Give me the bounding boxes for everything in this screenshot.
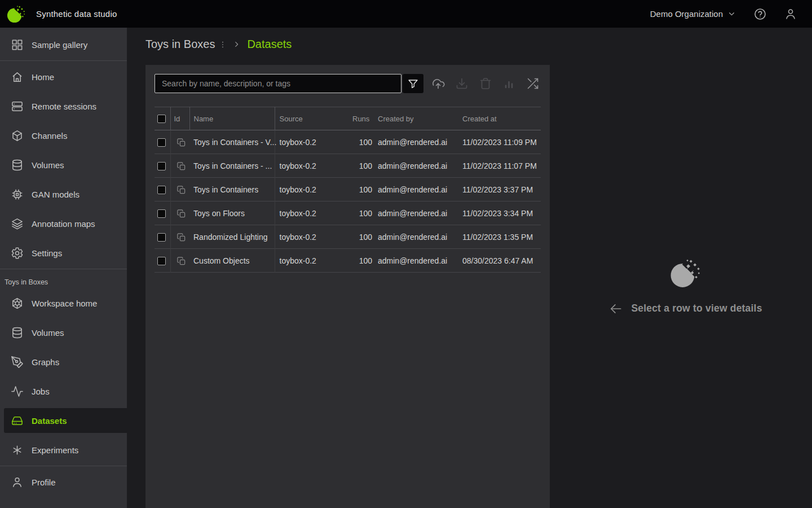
dataset-source: toybox-0.2 <box>275 225 352 249</box>
database-icon <box>11 326 24 339</box>
empty-detail-message: Select a row to view details <box>631 303 762 314</box>
workspace-menu-button[interactable] <box>218 40 227 50</box>
dataset-created-by: admin@rendered.ai <box>373 178 454 202</box>
main-content: Toys in Boxes Datasets <box>127 28 812 508</box>
rendered-ai-logo-icon[interactable] <box>7 5 26 24</box>
dataset-name: Toys on Floors <box>189 202 275 225</box>
database-icon <box>11 159 24 172</box>
row-checkbox[interactable] <box>157 257 166 265</box>
dataset-created-at: 08/30/2023 6:47 AM <box>454 249 541 273</box>
column-header-id[interactable]: Id <box>170 107 189 130</box>
dataset-runs: 100 <box>352 202 373 225</box>
column-header-name[interactable]: Name <box>189 107 275 130</box>
sidebar-item-volumes[interactable]: Volumes <box>0 150 127 179</box>
breadcrumb: Toys in Boxes Datasets <box>145 38 292 51</box>
select-all-checkbox[interactable] <box>157 115 166 123</box>
cube-icon <box>11 129 24 142</box>
column-header-source[interactable]: Source <box>275 107 352 130</box>
trash-icon <box>479 77 492 90</box>
dataset-created-by: admin@rendered.ai <box>373 225 454 249</box>
copy-id-icon[interactable] <box>176 209 187 219</box>
dataset-created-by: admin@rendered.ai <box>373 249 454 273</box>
account-button[interactable] <box>784 7 797 21</box>
org-switcher[interactable]: Demo Organization <box>650 9 736 19</box>
user-icon <box>784 7 797 21</box>
help-button[interactable] <box>753 7 767 21</box>
upload-button[interactable] <box>431 76 445 91</box>
sidebar-item-sample-gallery[interactable]: Sample gallery <box>0 30 127 59</box>
app-title: Synthetic data studio <box>36 9 117 19</box>
analytics-button[interactable] <box>502 76 517 91</box>
sidebar-item-gan-models[interactable]: GAN models <box>0 179 127 209</box>
table-header-row: Id Name Source Runs Created by Created a… <box>155 107 541 130</box>
help-icon <box>753 7 767 21</box>
table-row[interactable]: Custom Objects toybox-0.2 100 admin@rend… <box>155 249 541 273</box>
shuffle-icon <box>526 77 540 90</box>
dataset-source: toybox-0.2 <box>275 130 352 154</box>
dataset-source: toybox-0.2 <box>275 178 352 202</box>
copy-id-icon[interactable] <box>176 233 187 243</box>
dataset-runs: 100 <box>352 130 373 154</box>
dataset-source: toybox-0.2 <box>275 154 352 178</box>
sidebar-item-home[interactable]: Home <box>0 62 127 91</box>
gear-icon <box>11 247 24 260</box>
row-checkbox[interactable] <box>157 162 166 170</box>
download-icon <box>455 77 469 90</box>
row-checkbox[interactable] <box>157 138 166 147</box>
shuffle-button[interactable] <box>526 76 540 91</box>
download-button[interactable] <box>454 76 469 91</box>
dataset-created-by: admin@rendered.ai <box>373 154 454 178</box>
column-header-created-at[interactable]: Created at <box>454 107 541 130</box>
table-row[interactable]: Toys in Containers - V... toybox-0.2 100… <box>155 130 541 154</box>
table-row[interactable]: Toys in Containers toybox-0.2 100 admin@… <box>155 178 541 202</box>
sidebar-item-profile[interactable]: Profile <box>0 467 127 497</box>
sidebar-item-datasets[interactable]: Datasets <box>4 408 127 433</box>
chevron-right-icon <box>232 40 241 49</box>
breadcrumb-current-page: Datasets <box>247 38 292 51</box>
rendered-ai-watermark-icon <box>670 257 701 289</box>
column-header-runs[interactable]: Runs <box>352 107 373 130</box>
table-row[interactable]: Randomized Lighting toybox-0.2 100 admin… <box>155 225 541 249</box>
pen-tool-icon <box>11 356 24 369</box>
column-header-created-by[interactable]: Created by <box>373 107 454 130</box>
server-icon <box>11 100 24 113</box>
search-input[interactable] <box>155 74 401 93</box>
topbar: Synthetic data studio Demo Organization <box>0 0 812 28</box>
sidebar-item-remote-sessions[interactable]: Remote sessions <box>0 91 127 121</box>
sidebar: Sample gallery Home Remote sessions Chan… <box>0 28 127 508</box>
copy-id-icon[interactable] <box>176 185 187 195</box>
table-row[interactable]: Toys in Containers - ... toybox-0.2 100 … <box>155 154 541 178</box>
sidebar-item-workspace-volumes[interactable]: Volumes <box>0 318 127 347</box>
sidebar-item-settings[interactable]: Settings <box>0 238 127 268</box>
asterisk-icon <box>11 444 24 457</box>
sidebar-item-graphs[interactable]: Graphs <box>0 347 127 376</box>
dataset-runs: 100 <box>352 178 373 202</box>
dataset-created-at: 11/02/2023 1:35 PM <box>454 225 541 249</box>
dataset-runs: 100 <box>352 225 373 249</box>
chevron-down-icon <box>727 9 736 19</box>
row-checkbox[interactable] <box>157 233 166 242</box>
sidebar-item-annotation-maps[interactable]: Annotation maps <box>0 209 127 238</box>
dataset-created-at: 11/02/2023 3:37 PM <box>454 178 541 202</box>
sidebar-item-jobs[interactable]: Jobs <box>0 376 127 406</box>
copy-id-icon[interactable] <box>176 138 187 148</box>
row-checkbox[interactable] <box>157 186 166 194</box>
breadcrumb-workspace[interactable]: Toys in Boxes <box>145 38 215 51</box>
dataset-name: Randomized Lighting <box>189 225 275 249</box>
sidebar-item-workspace-home[interactable]: Workspace home <box>0 288 127 318</box>
datasets-panel: Id Name Source Runs Created by Created a… <box>145 65 550 508</box>
upload-cloud-icon <box>431 77 445 90</box>
sidebar-divider <box>0 269 127 269</box>
delete-button[interactable] <box>478 76 493 91</box>
copy-id-icon[interactable] <box>176 256 187 266</box>
sidebar-item-channels[interactable]: Channels <box>0 121 127 150</box>
copy-id-icon[interactable] <box>176 161 187 172</box>
sidebar-item-experiments[interactable]: Experiments <box>0 435 127 465</box>
filter-icon <box>407 78 419 90</box>
dataset-created-by: admin@rendered.ai <box>373 130 454 154</box>
dataset-runs: 100 <box>352 154 373 178</box>
table-row[interactable]: Toys on Floors toybox-0.2 100 admin@rend… <box>155 202 541 225</box>
filter-button[interactable] <box>403 74 423 93</box>
bar-chart-icon <box>502 77 516 90</box>
row-checkbox[interactable] <box>157 209 166 218</box>
